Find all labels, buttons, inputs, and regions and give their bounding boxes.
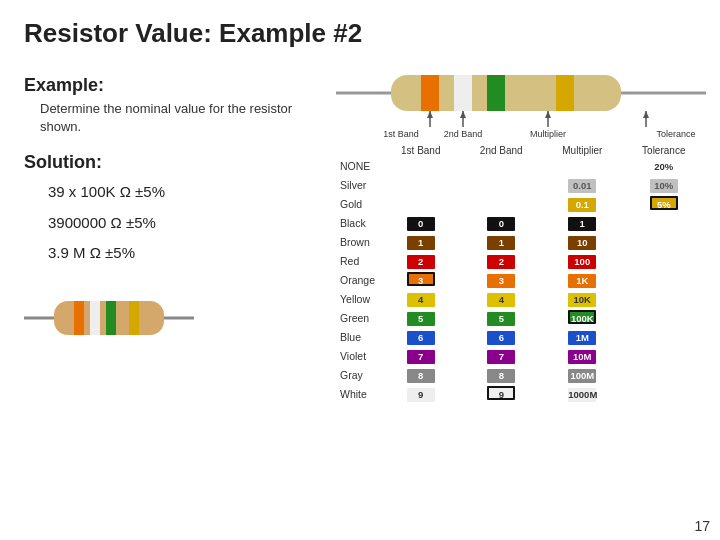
tolerance-cell: [622, 385, 706, 404]
band2-cell: 6: [460, 328, 544, 347]
color-name-cell: Black: [336, 214, 382, 233]
color-name-cell: Brown: [336, 233, 382, 252]
color-name-cell: Orange: [336, 271, 382, 290]
svg-marker-21: [643, 111, 649, 118]
svg-marker-15: [427, 111, 433, 118]
solution-line: 3900000 Ω ±5%: [48, 212, 304, 235]
example-label: Example:: [24, 75, 304, 96]
table-row: Violet7710M: [336, 347, 706, 366]
multiplier-cell: 10M: [543, 347, 621, 366]
table-row: NONE20%: [336, 157, 706, 176]
tolerance-cell: 20%: [622, 157, 706, 176]
svg-text:Multiplier: Multiplier: [530, 129, 566, 139]
color-name-cell: White: [336, 385, 382, 404]
svg-rect-4: [90, 301, 100, 335]
resistor-image: [24, 283, 194, 353]
color-name-cell: Violet: [336, 347, 382, 366]
band2-cell: [460, 157, 544, 176]
tolerance-cell: [622, 347, 706, 366]
solution-line: 3.9 M Ω ±5%: [48, 242, 304, 265]
band1-cell: [382, 195, 460, 214]
band1-cell: [382, 157, 460, 176]
multiplier-cell: 10: [543, 233, 621, 252]
solution-lines: 39 x 100K Ω ±5%3900000 Ω ±5%3.9 M Ω ±5%: [48, 181, 304, 265]
table-row: Red22100: [336, 252, 706, 271]
band2-cell: 5: [460, 309, 544, 328]
svg-rect-5: [106, 301, 116, 335]
tolerance-cell: [622, 328, 706, 347]
color-table: 1st Band 2nd Band Multiplier Tolerance N…: [336, 144, 706, 404]
multiplier-cell: 100M: [543, 366, 621, 385]
band2-cell: 2: [460, 252, 544, 271]
band2-cell: 9: [460, 385, 544, 404]
right-column: 1st Band 2nd Band Multiplier Tolerance 1…: [336, 60, 706, 404]
diagram-svg: 1st Band 2nd Band Multiplier Tolerance: [336, 60, 706, 140]
col-header-mult: Multiplier: [543, 144, 621, 157]
svg-rect-10: [421, 75, 439, 111]
table-row: Brown1110: [336, 233, 706, 252]
svg-text:2nd Band: 2nd Band: [444, 129, 483, 139]
tolerance-cell: [622, 233, 706, 252]
band1-cell: 0: [382, 214, 460, 233]
table-row: Orange331K: [336, 271, 706, 290]
multiplier-cell: 1M: [543, 328, 621, 347]
left-column: Example: Determine the nominal value for…: [24, 75, 304, 353]
color-name-cell: Yellow: [336, 290, 382, 309]
solution-line: 39 x 100K Ω ±5%: [48, 181, 304, 204]
tolerance-cell: [622, 252, 706, 271]
table-row: Blue661M: [336, 328, 706, 347]
page-number: 17: [694, 518, 710, 534]
table-row: Green55100K: [336, 309, 706, 328]
multiplier-cell: 100: [543, 252, 621, 271]
table-body: NONE20%Silver0.0110%Gold0.15%Black001Bro…: [336, 157, 706, 404]
col-header-band2: 2nd Band: [460, 144, 544, 157]
svg-rect-12: [487, 75, 505, 111]
band2-cell: 0: [460, 214, 544, 233]
tolerance-cell: 10%: [622, 176, 706, 195]
band1-cell: 7: [382, 347, 460, 366]
svg-rect-6: [129, 301, 139, 335]
tolerance-cell: [622, 366, 706, 385]
svg-rect-3: [74, 301, 84, 335]
col-header-name: [336, 144, 382, 157]
color-name-cell: Green: [336, 309, 382, 328]
band2-cell: [460, 195, 544, 214]
multiplier-cell: 0.1: [543, 195, 621, 214]
multiplier-cell: 10K: [543, 290, 621, 309]
example-desc: Determine the nominal value for the resi…: [40, 100, 304, 136]
band1-cell: [382, 176, 460, 195]
band2-cell: 1: [460, 233, 544, 252]
svg-text:1st Band: 1st Band: [383, 129, 419, 139]
band1-cell: 8: [382, 366, 460, 385]
svg-rect-13: [556, 75, 574, 111]
multiplier-cell: 1000M: [543, 385, 621, 404]
band2-cell: 8: [460, 366, 544, 385]
tolerance-cell: [622, 290, 706, 309]
tolerance-cell: [622, 271, 706, 290]
solution-label: Solution:: [24, 152, 304, 173]
table-row: Black001: [336, 214, 706, 233]
tolerance-cell: [622, 309, 706, 328]
table-row: White991000M: [336, 385, 706, 404]
multiplier-cell: 0.01: [543, 176, 621, 195]
svg-text:Tolerance: Tolerance: [656, 129, 695, 139]
svg-marker-17: [460, 111, 466, 118]
multiplier-cell: 1K: [543, 271, 621, 290]
multiplier-cell: [543, 157, 621, 176]
table-row: Gray88100M: [336, 366, 706, 385]
band1-cell: 6: [382, 328, 460, 347]
band1-cell: 4: [382, 290, 460, 309]
table-row: Yellow4410K: [336, 290, 706, 309]
tolerance-cell: [622, 214, 706, 233]
color-name-cell: Gray: [336, 366, 382, 385]
band2-cell: 4: [460, 290, 544, 309]
svg-rect-11: [454, 75, 472, 111]
color-name-cell: NONE: [336, 157, 382, 176]
band1-cell: 3: [382, 271, 460, 290]
diagram-area: 1st Band 2nd Band Multiplier Tolerance: [336, 60, 706, 140]
table-header-row: 1st Band 2nd Band Multiplier Tolerance: [336, 144, 706, 157]
band1-cell: 1: [382, 233, 460, 252]
color-name-cell: Silver: [336, 176, 382, 195]
band2-cell: 7: [460, 347, 544, 366]
tolerance-cell: 5%: [622, 195, 706, 214]
